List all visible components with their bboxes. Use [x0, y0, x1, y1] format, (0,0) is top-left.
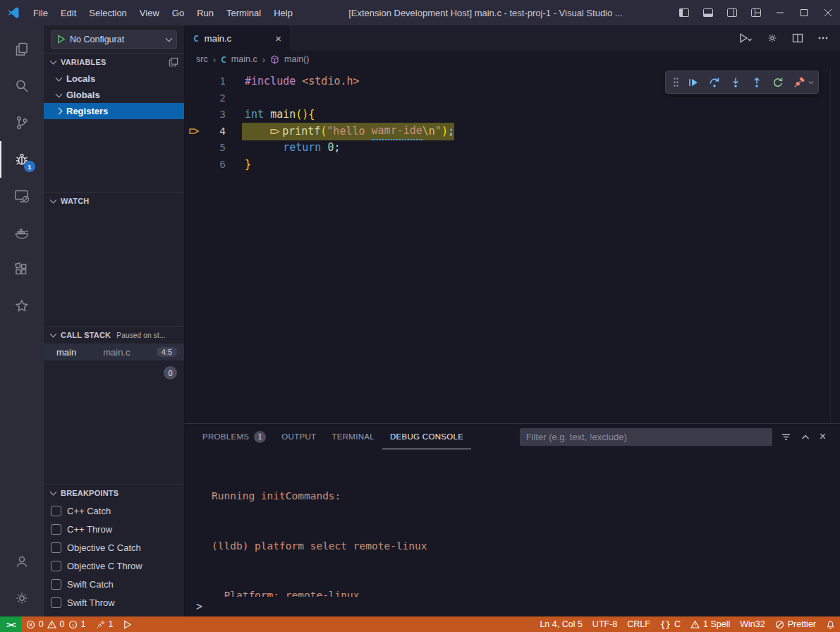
menu-terminal[interactable]: Terminal — [220, 0, 267, 25]
disconnect-button[interactable] — [789, 73, 808, 92]
encoding-indicator[interactable]: UTF-8 — [588, 616, 622, 632]
line-number[interactable]: 5 — [203, 140, 226, 157]
code-editor[interactable]: 1 #include <stdio.h> 2 3 int main(){ — [185, 68, 840, 423]
settings-gear-icon[interactable] — [0, 580, 44, 616]
tab-output[interactable]: OUTPUT — [274, 424, 324, 449]
variables-scope-registers[interactable]: Registers — [44, 103, 184, 119]
watch-header[interactable]: WATCH — [44, 193, 184, 209]
stack-frame-row[interactable]: main main.c 4:5 — [44, 344, 184, 360]
tab-debug-console[interactable]: DEBUG CONSOLE — [382, 424, 471, 449]
breadcrumb-symbol[interactable]: main() — [284, 54, 309, 64]
step-into-button[interactable] — [726, 73, 745, 92]
close-button[interactable] — [816, 0, 840, 25]
debug-console-input[interactable]: > — [185, 597, 840, 616]
line-number[interactable]: 3 — [203, 107, 226, 123]
extensions-icon[interactable] — [0, 251, 44, 288]
breadcrumb-folder[interactable]: src — [196, 54, 208, 64]
toggle-secondary-sidebar-icon[interactable] — [720, 0, 744, 25]
menu-edit[interactable]: Edit — [54, 0, 83, 25]
ports-status[interactable]: 1 — [91, 616, 118, 632]
checkbox[interactable] — [51, 506, 61, 516]
debug-console-filter-input[interactable] — [520, 428, 772, 446]
filter-icon[interactable] — [781, 432, 791, 442]
code-line-current[interactable]: 4 printf("hello wamr-ide\n"); — [185, 123, 830, 140]
platform-indicator[interactable]: Win32 — [735, 616, 769, 632]
tab-close-icon[interactable]: × — [275, 32, 281, 44]
checkbox[interactable] — [51, 561, 61, 571]
debug-status[interactable] — [118, 616, 137, 632]
line-number[interactable]: 1 — [203, 73, 226, 90]
menu-go[interactable]: Go — [166, 0, 190, 25]
line-number[interactable]: 2 — [203, 90, 226, 107]
debug-config-dropdown[interactable]: No Configurat — [51, 30, 177, 49]
code-line[interactable]: 3 int main(){ — [185, 107, 830, 123]
maximize-panel-chevron-icon[interactable] — [801, 434, 810, 440]
breakpoint-cpp-throw[interactable]: C++ Throw — [44, 520, 184, 538]
menu-selection[interactable]: Selection — [83, 0, 133, 25]
variables-header[interactable]: VARIABLES — [44, 54, 184, 71]
toolbar-drag-handle[interactable] — [670, 73, 681, 92]
search-icon[interactable] — [0, 68, 44, 104]
notifications-bell[interactable] — [821, 616, 840, 632]
run-and-debug-icon[interactable]: 1 — [0, 141, 44, 178]
accounts-icon[interactable] — [0, 543, 44, 580]
customize-layout-icon[interactable] — [744, 0, 768, 25]
tab-terminal[interactable]: TERMINAL — [324, 424, 382, 449]
gear-icon[interactable] — [767, 32, 778, 44]
continue-button[interactable] — [683, 73, 702, 92]
split-editor-icon[interactable] — [792, 32, 803, 44]
star-view-icon[interactable] — [0, 288, 44, 324]
menu-view[interactable]: View — [133, 0, 166, 25]
more-actions-icon[interactable] — [817, 32, 829, 44]
docker-icon[interactable] — [0, 214, 44, 251]
checkbox[interactable] — [51, 597, 61, 608]
restart-button[interactable] — [768, 73, 787, 92]
menu-help[interactable]: Help — [267, 0, 299, 25]
eol-indicator[interactable]: CRLF — [622, 616, 655, 632]
call-stack-header[interactable]: CALL STACK Paused on st... — [44, 327, 184, 344]
tab-problems[interactable]: PROBLEMS 1 — [195, 424, 274, 449]
minimize-button[interactable] — [768, 0, 792, 25]
inline-breakpoint-icon[interactable] — [270, 127, 280, 136]
breakpoint-objc-throw[interactable]: Objective C Throw — [44, 557, 184, 575]
gutter-glyph-margin[interactable] — [185, 126, 203, 136]
toggle-sidebar-icon[interactable] — [672, 0, 696, 25]
line-number[interactable]: 6 — [203, 157, 226, 174]
variables-scope-globals[interactable]: Globals — [44, 87, 184, 103]
collapse-all-icon[interactable] — [169, 57, 178, 67]
variables-scope-locals[interactable]: Locals — [44, 71, 184, 87]
menu-run[interactable]: Run — [190, 0, 220, 25]
language-mode[interactable]: {} C — [655, 616, 686, 632]
checkbox[interactable] — [51, 579, 61, 590]
close-panel-icon[interactable]: × — [820, 430, 826, 443]
formatter-status[interactable]: Prettier — [770, 616, 821, 632]
code-line[interactable]: 6 } — [185, 157, 830, 174]
breadcrumb-file[interactable]: main.c — [231, 54, 257, 64]
start-debug-icon[interactable] — [56, 35, 66, 44]
checkbox[interactable] — [51, 524, 61, 535]
cursor-position[interactable]: Ln 4, Col 5 — [535, 616, 587, 632]
breakpoints-header[interactable]: BREAKPOINTS — [44, 485, 184, 502]
breakpoint-cpp-catch[interactable]: C++ Catch — [44, 502, 184, 520]
menu-file[interactable]: File — [27, 0, 54, 25]
debug-session-dropdown-icon[interactable] — [808, 80, 814, 85]
breakpoint-swift-catch[interactable]: Swift Catch — [44, 575, 184, 593]
run-file-dropdown-icon[interactable] — [738, 32, 753, 44]
step-over-button[interactable] — [705, 73, 724, 92]
breakpoint-objc-catch[interactable]: Objective C Catch — [44, 538, 184, 557]
remote-explorer-icon[interactable] — [0, 178, 44, 214]
spell-checker-status[interactable]: 1 Spell — [686, 616, 735, 632]
checkbox[interactable] — [51, 542, 61, 553]
line-number[interactable]: 4 — [203, 123, 226, 140]
scrollbar[interactable] — [830, 68, 840, 423]
breakpoint-swift-throw[interactable]: Swift Throw — [44, 593, 184, 612]
problems-status[interactable]: 0 0 1 — [21, 616, 91, 632]
tab-main-c[interactable]: C main.c × — [185, 25, 291, 51]
step-out-button[interactable] — [747, 73, 766, 92]
explorer-icon[interactable] — [0, 31, 44, 68]
code-line[interactable]: 5 return 0; — [185, 140, 830, 157]
maximize-button[interactable] — [792, 0, 816, 25]
remote-indicator[interactable]: >< — [0, 616, 21, 632]
source-control-icon[interactable] — [0, 104, 44, 141]
toggle-panel-icon[interactable] — [696, 0, 720, 25]
